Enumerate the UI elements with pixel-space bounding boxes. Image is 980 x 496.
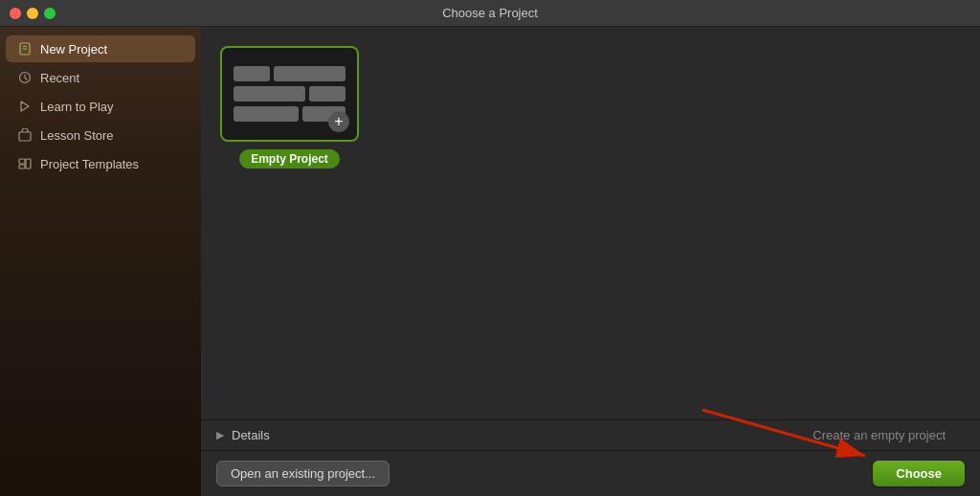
- lesson-store-icon: [17, 127, 33, 143]
- thumb-block: [234, 66, 270, 81]
- footer-details: ▶ Details Create an empty project: [201, 420, 980, 451]
- window-title: Choose a Project: [442, 6, 538, 20]
- sidebar-item-recent-label: Recent: [40, 71, 79, 85]
- new-project-icon: [17, 41, 33, 56]
- add-icon: +: [328, 111, 349, 132]
- thumb-row-1: [234, 66, 345, 81]
- details-chevron-icon: ▶: [216, 429, 224, 441]
- close-button[interactable]: [10, 8, 21, 19]
- project-card-thumbnail: +: [220, 46, 359, 142]
- details-description: Create an empty project: [813, 428, 946, 442]
- minimize-button[interactable]: [27, 8, 38, 19]
- sidebar-item-learn-to-play[interactable]: Learn to Play: [6, 93, 195, 120]
- main-container: New Project Recent Learn to Play: [0, 27, 980, 496]
- content-wrapper: + Empty Project ▶ Details Create an empt…: [201, 27, 980, 496]
- svg-rect-7: [19, 165, 25, 169]
- svg-rect-6: [19, 159, 25, 164]
- thumb-row-2: [234, 86, 345, 101]
- footer-actions: Open an existing project... Choose: [201, 451, 980, 496]
- sidebar-item-recent[interactable]: Recent: [6, 64, 195, 91]
- sidebar: New Project Recent Learn to Play: [0, 27, 201, 496]
- svg-rect-5: [19, 132, 31, 141]
- details-label: Details: [232, 428, 270, 442]
- sidebar-item-project-templates[interactable]: Project Templates: [6, 150, 195, 177]
- project-templates-icon: [17, 156, 33, 171]
- thumb-block: [309, 86, 345, 101]
- project-grid: + Empty Project: [201, 27, 980, 419]
- thumb-block: [234, 86, 305, 101]
- thumb-block: [234, 106, 299, 122]
- choose-button[interactable]: Choose: [873, 461, 965, 486]
- sidebar-item-learn-to-play-label: Learn to Play: [40, 100, 114, 114]
- open-existing-button[interactable]: Open an existing project...: [216, 461, 390, 486]
- learn-to-play-icon: [17, 99, 33, 114]
- sidebar-item-new-project[interactable]: New Project: [6, 35, 195, 62]
- project-card-label: Empty Project: [239, 149, 340, 169]
- sidebar-item-new-project-label: New Project: [40, 42, 107, 56]
- traffic-lights: [10, 8, 56, 19]
- sidebar-item-project-templates-label: Project Templates: [40, 157, 139, 171]
- sidebar-item-lesson-store[interactable]: Lesson Store: [6, 122, 195, 148]
- svg-rect-8: [26, 159, 31, 169]
- empty-project-card[interactable]: + Empty Project: [220, 46, 359, 169]
- title-bar: Choose a Project: [0, 0, 980, 27]
- recent-icon: [17, 70, 33, 85]
- footer: ▶ Details Create an empty project Open a…: [201, 419, 980, 496]
- maximize-button[interactable]: [44, 8, 56, 19]
- svg-marker-4: [21, 101, 29, 111]
- content-area: + Empty Project: [201, 27, 980, 419]
- thumb-block: [274, 66, 345, 81]
- sidebar-item-lesson-store-label: Lesson Store: [40, 128, 114, 143]
